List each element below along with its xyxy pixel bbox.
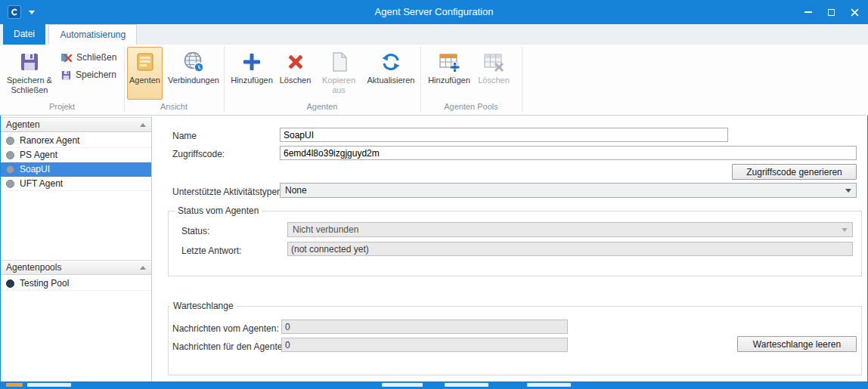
save-button[interactable]: Speichern — [57, 67, 124, 82]
save-close-icon — [17, 50, 42, 74]
copy-from-button: Kopieren aus — [317, 47, 361, 100]
pool-status-icon — [6, 279, 14, 288]
pools-list-header[interactable]: Agentenpools — [1, 260, 151, 275]
status-dropdown: Nicht verbunden — [287, 222, 853, 237]
group-caption-projekt: Projekt — [0, 102, 124, 113]
queue-group-title: Warteschlange — [170, 301, 237, 311]
delete-x-icon — [284, 50, 308, 74]
status-label: Status: — [181, 225, 209, 237]
activity-types-dropdown[interactable]: None — [280, 183, 857, 198]
group-caption-agenten-pools: Agenten Pools — [420, 102, 522, 113]
app-icon[interactable] — [8, 5, 21, 19]
close-config-icon — [60, 51, 73, 63]
view-connections-label: Verbindungen — [166, 76, 222, 85]
pool-add-table-icon — [437, 50, 461, 74]
pool-delete-label: Löschen — [476, 76, 512, 85]
pool-list-item[interactable]: Testing Pool — [1, 276, 151, 291]
agent-list-item[interactable]: UFT Agent — [1, 177, 151, 191]
agent-list-item-selected[interactable]: SoapUI — [1, 162, 151, 177]
messages-for-agent-input — [281, 338, 568, 352]
status-value: Nicht verbunden — [293, 224, 358, 235]
quick-access-chevron-icon[interactable] — [29, 11, 35, 14]
close-config-label: Schließen — [76, 52, 116, 63]
app-logo-icon — [10, 8, 19, 17]
view-agents-button[interactable]: Agenten — [127, 47, 163, 100]
sidebar: Agenten Ranorex Agent PS Agent SoapUI UF… — [1, 116, 152, 381]
agent-status-icon — [6, 165, 14, 174]
access-code-label: Zugriffscode: — [172, 148, 225, 160]
bottom-bar-fragment — [27, 383, 71, 387]
agents-header-label: Agenten — [6, 119, 40, 130]
window-title: Agent Server Configuration — [0, 0, 868, 24]
activity-types-value: None — [285, 185, 307, 196]
agent-add-button[interactable]: Hinzufügen — [229, 47, 274, 100]
maximize-button[interactable] — [820, 0, 842, 24]
save-icon — [60, 69, 72, 81]
close-config-button[interactable]: Schließen — [57, 50, 124, 65]
chevron-down-icon — [842, 228, 848, 232]
sort-ascending-icon — [140, 123, 146, 127]
agent-name: UFT Agent — [20, 178, 63, 189]
pool-delete-table-icon — [482, 50, 506, 74]
view-agents-label: Agenten — [128, 76, 162, 85]
agent-status-icon — [6, 151, 14, 159]
titlebar: Agent Server Configuration — [0, 0, 868, 24]
agent-name: SoapUI — [20, 164, 50, 174]
name-input[interactable] — [280, 128, 728, 142]
pool-delete-button: Löschen — [475, 47, 513, 100]
pool-name: Testing Pool — [20, 278, 69, 289]
copy-document-icon — [327, 50, 351, 74]
bottom-bar-fragment — [6, 383, 23, 387]
last-answer-label: Letzte Antwort: — [181, 245, 241, 257]
agent-name: PS Agent — [20, 150, 57, 160]
view-connections-button[interactable]: Verbindungen — [165, 47, 222, 100]
minimize-icon — [804, 11, 812, 13]
bottom-bar-fragment — [527, 383, 571, 387]
tab-automatisierung[interactable]: Automatisierung — [48, 24, 137, 45]
clear-queue-button[interactable]: Warteschlange leeren — [737, 336, 857, 352]
agents-icon — [133, 50, 157, 74]
activity-types-label: Unterstützte Aktivitätstypen: — [172, 186, 284, 198]
agent-status-icon — [6, 137, 14, 145]
agent-delete-label: Löschen — [277, 76, 313, 85]
bottom-bar — [0, 381, 868, 389]
agent-status-icon — [6, 180, 14, 188]
chevron-down-icon — [845, 189, 851, 193]
status-group-title: Status vom Agenten — [175, 205, 262, 216]
name-label: Name — [172, 130, 197, 142]
refresh-icon — [379, 50, 403, 74]
maximize-icon — [828, 9, 835, 16]
status-group: Status vom Agenten — [168, 205, 862, 276]
copy-from-label: Kopieren aus — [318, 76, 360, 95]
close-icon — [851, 8, 859, 17]
group-caption-agenten: Agenten — [224, 102, 420, 113]
pool-add-label: Hinzufügen — [426, 76, 472, 85]
agent-list-item[interactable]: PS Agent — [1, 148, 151, 162]
tab-datei[interactable]: Datei — [3, 24, 45, 45]
agent-name: Ranorex Agent — [20, 135, 79, 146]
refresh-button[interactable]: Aktualisieren — [364, 47, 418, 100]
agents-list-header[interactable]: Agenten — [1, 117, 151, 132]
save-close-label: Speichern & Schließen — [5, 76, 54, 95]
pool-add-button[interactable]: Hinzufügen — [426, 47, 473, 100]
minimize-button[interactable] — [797, 0, 820, 24]
close-button[interactable] — [843, 0, 866, 24]
sort-ascending-icon — [140, 266, 146, 270]
bottom-bar-fragment — [445, 383, 488, 387]
agent-list-item[interactable]: Ranorex Agent — [1, 134, 151, 148]
ribbon-divider — [522, 47, 522, 112]
messages-from-agent-label: Nachrichten vom Agenten: — [172, 323, 279, 335]
connections-globe-icon — [181, 50, 206, 74]
messages-for-agent-label: Nachrichten für den Agenten: — [172, 341, 290, 353]
save-label: Speichern — [76, 69, 116, 80]
save-and-close-button[interactable]: Speichern & Schließen — [5, 47, 54, 100]
agent-add-label: Hinzufügen — [230, 76, 274, 85]
access-code-input[interactable] — [280, 146, 857, 160]
messages-from-agent-input — [281, 320, 568, 334]
ribbon-tabstrip: Datei Automatisierung — [0, 24, 868, 45]
app-window: Agent Server Configuration Datei Automat… — [0, 0, 868, 389]
add-plus-icon — [240, 50, 264, 74]
bottom-bar-fragment — [382, 383, 423, 387]
generate-access-code-button[interactable]: Zugriffscode generieren — [732, 164, 857, 180]
agent-delete-button[interactable]: Löschen — [277, 47, 314, 100]
